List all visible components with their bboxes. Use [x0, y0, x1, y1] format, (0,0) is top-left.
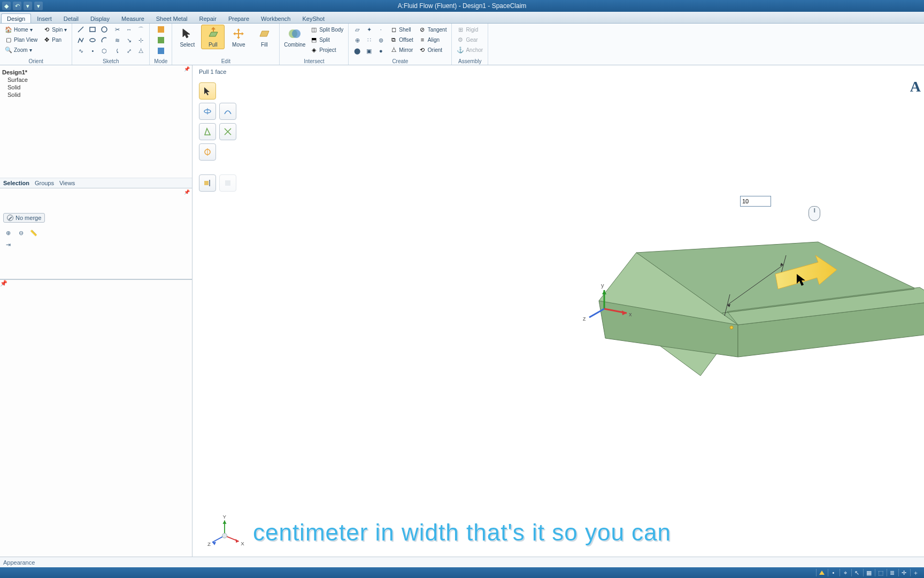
tree-node[interactable]: Solid [2, 91, 190, 98]
tab-sheetmetal[interactable]: Sheet Metal [150, 13, 194, 23]
mirror-sketch-tool[interactable]: ⧊ [135, 46, 146, 56]
point-tool[interactable]: • [87, 46, 98, 56]
status-plus[interactable]: ＋ [910, 569, 921, 576]
align-tool[interactable]: ≡Align [417, 35, 449, 44]
axis-tool[interactable]: ✦ [364, 25, 374, 34]
mt-upto[interactable] [199, 174, 216, 192]
tab-workbench[interactable]: Workbench [255, 13, 296, 23]
rect-tool[interactable] [87, 25, 98, 34]
app-menu-button[interactable]: ◆ [2, 2, 11, 10]
opt-add[interactable]: ⊕ [3, 228, 13, 238]
anchor-label: Anchor [466, 47, 483, 53]
select-tool[interactable]: Select [175, 25, 199, 49]
move-tool[interactable]: Move [227, 25, 250, 49]
mode-3d[interactable] [156, 46, 166, 56]
ellipse-tool[interactable] [87, 35, 98, 45]
line-tool[interactable] [75, 25, 86, 34]
mt-sweep[interactable] [219, 103, 236, 120]
origin-tool[interactable]: ⊕ [352, 35, 363, 45]
project-tool[interactable]: ◈Project [309, 45, 345, 55]
fillet-tool[interactable]: ⌒ [135, 25, 146, 34]
cylinder-tool[interactable]: ⬤ [352, 46, 363, 56]
circle-tool[interactable] [99, 25, 110, 34]
status-select[interactable]: ⬚ [875, 569, 886, 576]
pattern-circular-tool[interactable]: ⊚ [375, 35, 386, 45]
orient-tool[interactable]: ⟲Orient [417, 45, 449, 55]
plan-view-button[interactable]: ▢ Plan View [3, 35, 39, 44]
mt-direction[interactable] [199, 143, 216, 161]
mt-select[interactable] [199, 82, 216, 100]
scale-tool[interactable]: ⤢ [124, 46, 134, 56]
structure-tree[interactable]: Design1* Surface Solid Solid [0, 65, 192, 178]
undo-button[interactable]: ↶ [13, 2, 21, 10]
tab-views[interactable]: Views [59, 180, 75, 186]
splitbody-tool[interactable]: ◫Split Body [309, 25, 345, 34]
mode-sketch[interactable] [156, 25, 166, 34]
point3d-tool[interactable]: ∙ [375, 25, 386, 34]
status-grid[interactable]: ▦ [863, 569, 874, 576]
offset-curve-tool[interactable]: ≋ [112, 35, 122, 45]
viewport-3d[interactable]: Pull 1 face A [192, 65, 924, 557]
pin-icon[interactable]: 📌 [184, 66, 190, 72]
opt-cut[interactable]: ⊖ [16, 228, 26, 238]
mt-scale[interactable] [219, 123, 236, 140]
spline-tool[interactable]: ∿ [75, 46, 86, 56]
tab-measure[interactable]: Measure [116, 13, 150, 23]
tab-prepare[interactable]: Prepare [222, 13, 255, 23]
tab-selection[interactable]: Selection [3, 180, 29, 186]
tab-repair[interactable]: Repair [193, 13, 222, 23]
split-tool[interactable]: ⬒Split [309, 35, 345, 44]
tree-root[interactable]: Design1* [2, 69, 190, 76]
zoom-button[interactable]: 🔍 Zoom ▾ [3, 45, 39, 55]
pin-icon[interactable]: 📌 [0, 280, 7, 286]
tab-insert[interactable]: Insert [31, 13, 58, 23]
fill-tool[interactable]: Fill [252, 25, 276, 49]
tab-design[interactable]: Design [1, 13, 31, 23]
home-view-button[interactable]: 🏠 Home ▾ [3, 25, 39, 34]
bend-tool[interactable]: ⤹ [112, 46, 122, 56]
project-curve-tool[interactable]: ↘ [124, 35, 134, 45]
tangent-tool[interactable]: ⊘Tangent [417, 25, 449, 34]
mt-revolve[interactable] [199, 103, 216, 120]
view-triad[interactable]: X Y Z [203, 509, 246, 552]
redo-dropdown[interactable]: ▾ [24, 2, 32, 10]
offset-tool[interactable]: ⧉Offset [388, 35, 415, 44]
mirror-tool[interactable]: ⧊Mirror [388, 45, 415, 55]
combine-tool[interactable]: Combine [283, 25, 306, 49]
no-merge-button[interactable]: No merge [3, 213, 45, 223]
mode-section[interactable] [156, 35, 166, 45]
construction-tool[interactable]: ⊹ [135, 35, 146, 45]
align-icon: ≡ [419, 36, 426, 43]
plane-tool[interactable]: ▱ [352, 25, 363, 34]
dimension-input[interactable] [740, 196, 771, 207]
opt-upto[interactable]: ⇥ [3, 240, 13, 249]
tab-groups[interactable]: Groups [35, 180, 54, 186]
pattern-linear-tool[interactable]: ∷ [364, 35, 374, 45]
qat-more[interactable]: ▾ [34, 2, 43, 10]
spin-button[interactable]: ⟲ Spin ▾ [41, 25, 68, 34]
tab-keyshot[interactable]: KeyShot [296, 13, 330, 23]
trim-tool[interactable]: ✂ [112, 25, 122, 34]
sphere-tool[interactable]: ● [375, 46, 386, 56]
extend-tool[interactable]: ↔ [124, 25, 134, 34]
status-cursor[interactable]: ↖ [851, 569, 862, 576]
status-warning[interactable] [816, 569, 827, 576]
tree-node[interactable]: Surface [2, 76, 190, 83]
gear-icon: ⚙ [457, 36, 464, 43]
tree-node[interactable]: Solid [2, 83, 190, 91]
opt-ruler[interactable]: 📏 [29, 228, 38, 238]
shell-tool[interactable]: ◻Shell [388, 25, 415, 34]
arc-tool[interactable] [99, 35, 110, 45]
pin-icon[interactable]: 📌 [184, 189, 190, 195]
status-layers[interactable]: ≣ [887, 569, 897, 576]
tab-display[interactable]: Display [84, 13, 116, 23]
mt-draft[interactable] [199, 123, 216, 140]
polygon-tool[interactable]: ⬡ [99, 46, 110, 56]
box-tool[interactable]: ▣ [364, 46, 374, 56]
pull-tool[interactable]: Pull [201, 25, 225, 49]
pan-button[interactable]: ✥ Pan [41, 35, 68, 44]
status-axis[interactable]: ✛ [898, 569, 909, 576]
status-snap[interactable]: ⌖ [840, 569, 850, 576]
tab-detail[interactable]: Detail [58, 13, 84, 23]
polyline-tool[interactable] [75, 35, 86, 45]
